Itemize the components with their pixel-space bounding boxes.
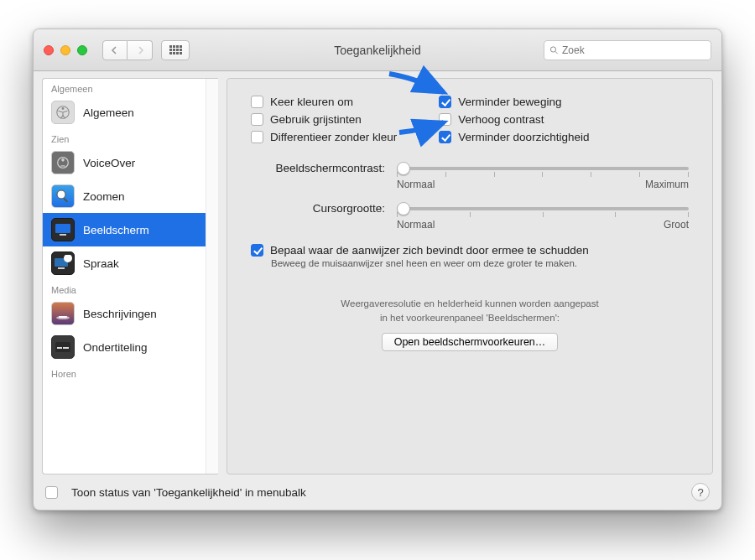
speech-icon [51,251,75,275]
titlebar: Toegankelijkheid [34,29,721,71]
checkbox-label: Verminder beweging [458,96,561,108]
footer: Toon status van 'Toegankelijkheid' in me… [34,474,721,510]
sidebar: Algemeen Algemeen Zien VoiceOver Zoomen [42,78,218,474]
forward-button[interactable] [128,40,153,60]
svg-rect-10 [60,234,66,236]
search-input[interactable] [562,44,706,56]
back-button[interactable] [102,40,128,60]
help-button[interactable]: ? [691,483,710,501]
search-icon [549,45,559,55]
checkbox-shake-to-locate[interactable]: Bepaal waar de aanwijzer zich bevindt do… [251,244,689,257]
svg-rect-15 [59,316,67,318]
svg-rect-9 [55,224,70,233]
display-icon [51,218,75,241]
minimize-window-button[interactable] [60,45,70,55]
slider-max-label: Groot [664,219,689,231]
zoom-icon [51,184,75,208]
grid-icon [169,45,182,54]
sidebar-item-algemeen[interactable]: Algemeen [43,96,218,129]
svg-rect-18 [63,347,69,349]
svg-point-5 [61,158,65,162]
checkbox-label: Toon status van 'Toegankelijkheid' in me… [71,486,306,499]
content-pane: Keer kleuren om Gebruik grijstinten Diff… [226,78,713,474]
descriptions-icon [51,302,75,325]
window-controls [44,45,87,55]
sidebar-item-ondertiteling[interactable]: Ondertiteling [43,330,218,364]
checkbox-increase-contrast[interactable]: Verhoog contrast [439,113,589,126]
checkbox-label: Verminder doorzichtigheid [458,131,589,143]
sidebar-item-label: Beeldscherm [83,224,149,236]
shake-subtext: Beweeg de muisaanwijzer snel heen en wee… [271,258,689,268]
help-icon: ? [697,486,703,499]
slider-min-label: Normaal [397,219,435,231]
sidebar-item-label: Algemeen [83,106,134,119]
sidebar-item-beeldscherm[interactable]: Beeldscherm [43,213,218,246]
sidebar-scrollbar[interactable] [206,79,218,474]
slider-knob[interactable] [397,162,410,175]
sidebar-item-spraak[interactable]: Spraak [43,246,218,280]
checkbox-label: Verhoog contrast [458,113,544,126]
display-hint: Weergaveresolutie en helderheid kunnen w… [251,297,689,326]
sidebar-item-beschrijvingen[interactable]: Beschrijvingen [43,297,218,330]
slider-label-contrast: Beeldschermcontrast: [251,162,385,174]
checkbox-label: Bepaal waar de aanwijzer zich bevindt do… [270,244,589,257]
checkbox-label: Gebruik grijstinten [270,113,362,126]
nav-back-forward [102,40,153,60]
checkbox-reduce-transparency[interactable]: Verminder doorzichtigheid [439,131,589,143]
show-all-button[interactable] [161,40,190,60]
svg-line-1 [555,51,558,54]
checkbox-diff-without-color[interactable]: Differentieer zonder kleur [251,131,397,143]
sidebar-item-label: Ondertiteling [83,341,148,354]
svg-rect-12 [58,267,65,269]
svg-point-0 [550,46,555,51]
slider-min-label: Normaal [397,179,435,190]
sidebar-item-label: Spraak [83,257,119,270]
voiceover-icon [51,151,75,174]
chevron-right-icon [136,46,144,54]
slider-cursor[interactable] [397,207,689,210]
checkbox-show-status-menubar[interactable]: Toon status van 'Toegankelijkheid' in me… [45,486,306,499]
sidebar-section-algemeen: Algemeen [43,79,218,96]
captions-icon [51,335,75,359]
sidebar-section-media: Media [43,280,218,297]
sidebar-item-label: VoiceOver [83,157,135,169]
open-display-prefs-button[interactable]: Open beeldschermvoorkeuren… [382,333,559,351]
slider-knob[interactable] [397,202,410,215]
search-field[interactable] [544,40,711,60]
slider-contrast[interactable] [397,167,689,170]
body: Algemeen Algemeen Zien VoiceOver Zoomen [34,71,721,474]
checkbox-invert-colors[interactable]: Keer kleuren om [251,96,397,108]
sidebar-item-voiceover[interactable]: VoiceOver [43,146,218,179]
accessibility-icon [51,101,75,124]
preferences-window: Toegankelijkheid Algemeen Algemeen Zien … [33,29,722,511]
close-window-button[interactable] [44,45,54,55]
sidebar-item-label: Zoomen [83,190,125,203]
sidebar-item-label: Beschrijvingen [83,308,157,320]
sidebar-section-horen: Horen [43,364,218,381]
slider-label-cursor: Cursorgrootte: [251,202,385,215]
checkbox-reduce-motion[interactable]: Verminder beweging [439,96,589,108]
checkbox-label: Keer kleuren om [270,96,353,108]
slider-max-label: Maximum [645,179,689,190]
zoom-window-button[interactable] [77,45,87,55]
sidebar-item-zoomen[interactable]: Zoomen [43,179,218,213]
chevron-left-icon [111,46,119,54]
svg-rect-8 [63,198,68,203]
checkbox-label: Differentieer zonder kleur [270,131,397,143]
svg-rect-17 [57,347,62,349]
checkbox-grayscale[interactable]: Gebruik grijstinten [251,113,397,126]
sidebar-section-zien: Zien [43,129,218,146]
svg-point-3 [62,107,65,110]
